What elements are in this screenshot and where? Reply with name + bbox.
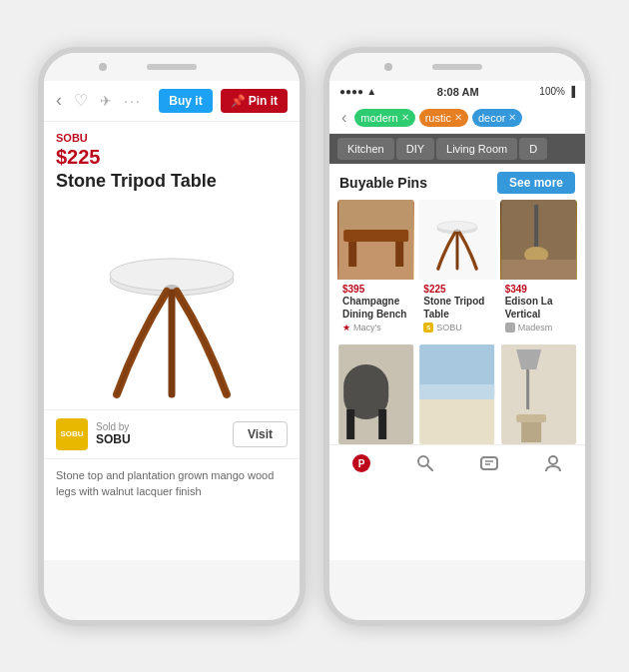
bottom-images [329,344,585,444]
svg-rect-6 [395,242,403,267]
bottom-img-lamp2[interactable] [500,344,577,444]
pin-lamp-info: $349 Edison La Vertical Madesm [500,280,577,338]
pin-it-label: Pin it [249,94,278,108]
share-icon[interactable]: ✈ [100,93,112,109]
tag-modern-label: modern [360,112,397,124]
seller-label: Sold by [96,421,225,432]
seller-badge-icon [505,323,515,333]
right-phone-bottom [329,560,585,620]
pin-dining-info: $395 Champagne Dining Bench ★ Macy's [337,280,414,338]
pin-tripod-price: $225 [423,284,490,295]
seller-star-icon: ★ [342,323,350,333]
category-kitchen[interactable]: Kitchen [337,138,394,160]
svg-rect-26 [521,422,541,442]
pin-card-lamp[interactable]: $349 Edison La Vertical Madesm [500,200,577,338]
pins-grid: $395 Champagne Dining Bench ★ Macy's [329,200,585,344]
status-right: 100% ▐ [539,86,575,97]
svg-point-34 [549,456,557,464]
svg-rect-21 [419,384,494,399]
pin-dining-seller: ★ Macy's [342,323,409,333]
product-description: Stone top and plantation grown mango woo… [44,459,300,508]
product-price: $225 [44,146,300,169]
lamp-svg [500,200,577,280]
category-living-room[interactable]: Living Room [436,138,517,160]
tag-rustic-close[interactable]: ✕ [454,112,462,123]
pin-lamp-seller-name: Madesm [518,323,553,333]
seller-info: Sold by SOBU [96,421,225,446]
svg-line-30 [427,465,432,470]
category-more[interactable]: D [519,138,547,160]
coast-svg [418,344,495,444]
pin-dining-price: $395 [342,284,409,295]
dining-svg [337,200,414,280]
pin-lamp-seller: Madesm [505,323,572,333]
wifi-icon: ▲ [366,86,376,97]
bottom-navigation: P [329,444,585,481]
more-icon[interactable]: ··· [124,93,142,109]
search-nav-icon [415,453,435,473]
nav-chat-icon[interactable] [479,453,499,473]
tag-modern-close[interactable]: ✕ [401,112,409,123]
tag-rustic[interactable]: rustic ✕ [419,109,468,127]
mini-tripod-svg [432,207,482,272]
pin-lamp-name: Edison La Vertical [505,295,572,321]
pin-tripod-name: Stone Tripod Table [423,295,490,321]
search-tag-bar: ‹ modern ✕ rustic ✕ decor ✕ [329,103,585,134]
pin-card-dining[interactable]: $395 Champagne Dining Bench ★ Macy's [337,200,414,338]
tag-decor[interactable]: decor ✕ [472,109,523,127]
seller-sobu-icon: S [423,323,433,333]
buyable-pins-title: Buyable Pins [339,175,427,191]
bottom-img-chair[interactable] [337,344,414,444]
svg-rect-25 [516,414,546,422]
left-phone-top-bar [44,53,300,81]
bottom-img-coast[interactable] [418,344,495,444]
search-back-icon[interactable]: ‹ [337,107,350,129]
product-nav-bar: ‹ ♡ ✈ ··· Buy it 📌 Pin it [44,81,300,122]
buy-it-button[interactable]: Buy it [159,89,212,113]
svg-rect-17 [346,409,354,439]
nav-profile-icon[interactable] [543,453,563,473]
signal-icon: ●●●● [339,86,363,97]
see-more-button[interactable]: See more [497,172,575,194]
back-icon[interactable]: ‹ [56,90,62,111]
category-diy[interactable]: DIY [396,138,434,160]
visit-button[interactable]: Visit [233,421,288,447]
camera-dot [99,63,107,71]
pin-card-tripod[interactable]: $225 Stone Tripod Table S SOBU [418,200,495,338]
product-brand: SOBU [44,122,300,146]
product-name: Stone Tripod Table [44,169,300,200]
svg-text:P: P [358,458,365,469]
product-image [44,200,300,409]
speaker [147,64,197,70]
right-phone: ●●●● ▲ 8:08 AM 100% ▐ ‹ modern ✕ rustic [323,47,591,626]
seller-logo: SOBU [56,418,88,450]
left-phone-content: ‹ ♡ ✈ ··· Buy it 📌 Pin it SOBU $225 Ston… [44,81,300,560]
status-bar: ●●●● ▲ 8:08 AM 100% ▐ [329,81,585,103]
svg-rect-5 [348,242,356,267]
buyable-pins-header: Buyable Pins See more [329,164,585,200]
pin-tripod-info: $225 Stone Tripod Table S SOBU [418,280,495,338]
nav-home-icon[interactable]: P [351,453,371,473]
tag-modern[interactable]: modern ✕ [354,109,414,127]
pin-tripod-seller: S SOBU [423,323,490,333]
left-phone: ‹ ♡ ✈ ··· Buy it 📌 Pin it SOBU $225 Ston… [38,47,306,626]
left-phone-bottom [44,560,300,620]
tag-rustic-label: rustic [425,112,451,124]
tag-decor-close[interactable]: ✕ [508,112,516,123]
camera-dot-right [384,63,392,71]
tripod-table-image [97,210,247,399]
svg-rect-18 [378,409,386,439]
heart-icon[interactable]: ♡ [74,91,88,110]
pin-it-button[interactable]: 📌 Pin it [221,89,288,113]
pin-dining-seller-name: Macy's [353,323,381,333]
nav-search-icon[interactable] [415,453,435,473]
profile-nav-icon [543,453,563,473]
pin-lamp-image [500,200,577,280]
pin-tripod-image [418,200,495,280]
pin-dining-image [337,200,414,280]
lamp2-svg [500,344,577,444]
pin-lamp-price: $349 [505,284,572,295]
product-seller: SOBU Sold by SOBU Visit [44,409,300,459]
right-phone-top-bar [329,53,585,81]
svg-rect-4 [343,230,408,242]
